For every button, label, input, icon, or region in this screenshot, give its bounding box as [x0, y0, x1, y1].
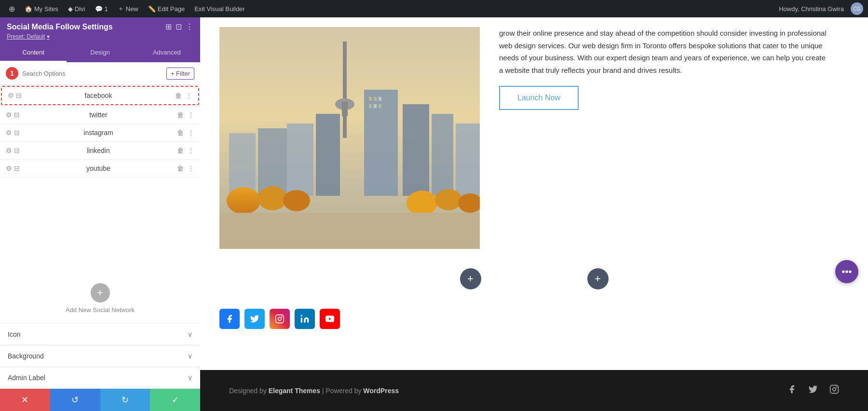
add-new-section: + Add New Social Network [0, 274, 200, 324]
undo-button[interactable]: ↺ [50, 389, 100, 411]
comment-item[interactable]: 💬 1 [91, 0, 112, 17]
admin-bar-left: ⊕ 🏠 My Sites ◆ Divi 💬 1 ＋ New ✏️ Edit Pa… [5, 0, 776, 17]
admin-label-section-header[interactable]: Admin Label ∨ [0, 367, 200, 388]
svg-point-28 [301, 315, 302, 316]
my-sites-item[interactable]: 🏠 My Sites [21, 0, 62, 17]
delete-icon[interactable]: 🗑 [177, 164, 184, 172]
svg-point-32 [836, 386, 837, 388]
wp-icon: ⊕ [9, 4, 15, 14]
svg-point-21 [407, 191, 437, 216]
search-input[interactable] [22, 70, 163, 77]
copy-icon[interactable]: ⊟ [14, 111, 20, 119]
network-actions-twitter: 🗑 ⋮ [177, 111, 194, 119]
network-item-linkedin[interactable]: ⚙ ⊟ linkedin 🗑 ⋮ [0, 142, 200, 160]
copy-icon[interactable]: ⊟ [14, 147, 20, 154]
divi-item[interactable]: ◆ Divi [64, 0, 89, 17]
icon-section-header[interactable]: Icon ∨ [0, 324, 200, 345]
network-item-twitter[interactable]: ⚙ ⊟ twitter 🗑 ⋮ [0, 106, 200, 124]
expand-icon[interactable]: ⊞ [165, 22, 172, 31]
comment-count: 1 [105, 5, 108, 13]
settings-icon[interactable]: ⚙ [6, 147, 12, 154]
settings-icon[interactable]: ⚙ [6, 164, 12, 172]
footer-instagram-icon[interactable] [829, 384, 839, 397]
drag-icon[interactable]: ⋮ [188, 164, 194, 172]
main-layout: Social Media Follow Settings ⊞ ⊡ ⋮ Prese… [0, 17, 868, 411]
dots-icon: ••• [841, 266, 852, 277]
content-section: grow their online presence and stay ahea… [200, 17, 866, 259]
svg-rect-12 [369, 97, 372, 101]
avatar[interactable]: CG [851, 2, 863, 15]
grid-icon[interactable]: ⊡ [176, 22, 182, 31]
social-icons-row [200, 299, 868, 339]
elegant-themes-link[interactable]: Elegant Themes [269, 387, 320, 395]
svg-point-27 [281, 316, 283, 317]
network-name-youtube: youtube [24, 164, 173, 172]
tab-content[interactable]: Content [0, 44, 67, 62]
network-name-twitter: twitter [24, 111, 173, 119]
add-network-button[interactable]: + [91, 283, 110, 302]
settings-icon[interactable]: ⚙ [6, 111, 12, 119]
wp-logo-item[interactable]: ⊕ [5, 0, 19, 17]
social-icon-linkedin[interactable] [295, 309, 315, 329]
drag-icon[interactable]: ⋮ [188, 111, 194, 119]
background-section-header[interactable]: Background ∨ [0, 345, 200, 367]
copy-icon[interactable]: ⊟ [14, 129, 20, 137]
launch-button[interactable]: Launch Now [499, 86, 579, 110]
network-item-instagram[interactable]: ⚙ ⊟ instagram 🗑 ⋮ [0, 124, 200, 142]
floating-dots-button[interactable]: ••• [835, 260, 858, 283]
delete-icon[interactable]: 🗑 [177, 147, 184, 154]
svg-rect-11 [229, 133, 256, 196]
network-actions-linkedin: 🗑 ⋮ [177, 147, 194, 154]
copy-icon[interactable]: ⊟ [16, 92, 22, 99]
wordpress-link[interactable]: WordPress [363, 387, 399, 395]
network-list: ⚙ ⊟ facebook 🗑 ⋮ ⚙ ⊟ twitter 🗑 ⋮ [0, 85, 200, 274]
svg-rect-13 [374, 97, 377, 101]
settings-icon[interactable]: ⚙ [6, 129, 12, 137]
svg-point-26 [278, 317, 282, 321]
network-actions-youtube: 🗑 ⋮ [177, 164, 194, 172]
badge-number: 1 [6, 67, 18, 80]
svg-point-19 [258, 186, 287, 210]
drag-icon[interactable]: ⋮ [186, 92, 192, 99]
tab-design[interactable]: Design [67, 44, 133, 62]
social-icon-youtube[interactable] [320, 309, 340, 329]
chevron-down-icon: ∨ [188, 374, 192, 382]
site-footer: Designed by Elegant Themes | Powered by … [200, 370, 868, 411]
filter-label: + Filter [171, 70, 190, 77]
footer-twitter-icon[interactable] [808, 384, 818, 397]
svg-rect-1 [343, 41, 347, 138]
social-icon-instagram[interactable] [270, 309, 290, 329]
edit-page-item[interactable]: ✏️ Edit Page [144, 0, 189, 17]
save-button[interactable]: ✓ [150, 389, 200, 411]
city-image-container [219, 27, 480, 249]
my-sites-label: My Sites [34, 5, 58, 13]
delete-icon[interactable]: 🗑 [175, 92, 182, 99]
add-content-circle-left[interactable]: + [460, 268, 481, 289]
preset-label[interactable]: Preset: Default ▾ [7, 33, 193, 40]
menu-icon[interactable]: ⋮ [186, 22, 193, 31]
delete-icon[interactable]: 🗑 [177, 129, 184, 137]
social-icon-facebook[interactable] [219, 309, 240, 329]
network-actions-instagram: 🗑 ⋮ [177, 129, 194, 137]
network-item-facebook[interactable]: ⚙ ⊟ facebook 🗑 ⋮ [1, 86, 199, 105]
footer-facebook-icon[interactable] [787, 384, 797, 397]
drag-icon[interactable]: ⋮ [188, 129, 194, 137]
new-item[interactable]: ＋ New [114, 0, 142, 17]
right-text-area: grow their online presence and stay ahea… [480, 27, 846, 249]
icon-section-label: Icon [8, 330, 20, 338]
tab-advanced[interactable]: Advanced [134, 44, 200, 62]
svg-rect-8 [316, 114, 340, 196]
filter-button[interactable]: + Filter [166, 68, 194, 80]
redo-button[interactable]: ↻ [100, 389, 150, 411]
delete-icon[interactable]: 🗑 [177, 111, 184, 119]
network-item-youtube[interactable]: ⚙ ⊟ youtube 🗑 ⋮ [0, 160, 200, 178]
cancel-icon: ✕ [21, 395, 28, 405]
exit-builder-item[interactable]: Exit Visual Builder [190, 0, 249, 17]
add-content-circle-right[interactable]: + [587, 268, 609, 289]
admin-bar-right: Howdy, Christina Gwira CG [776, 2, 863, 15]
settings-icon[interactable]: ⚙ [8, 92, 14, 99]
copy-icon[interactable]: ⊟ [14, 164, 20, 172]
cancel-button[interactable]: ✕ [0, 389, 50, 411]
drag-icon[interactable]: ⋮ [188, 147, 194, 154]
social-icon-twitter[interactable] [244, 309, 265, 329]
